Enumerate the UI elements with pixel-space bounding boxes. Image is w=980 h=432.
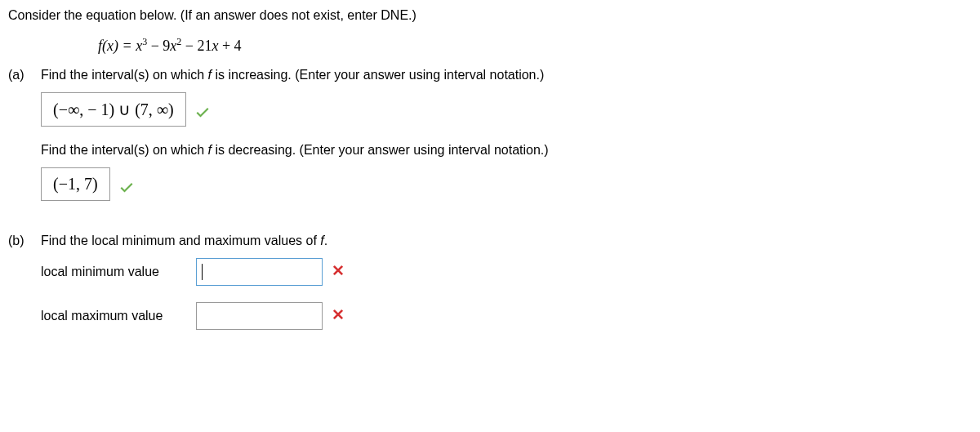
equation-lhs: f(x) = xyxy=(98,38,136,54)
check-icon xyxy=(118,179,135,200)
part-a: (a) Find the interval(s) on which f is i… xyxy=(8,68,972,217)
part-a-question-1: Find the interval(s) on which f is incre… xyxy=(41,68,972,82)
part-a-question-2: Find the interval(s) on which f is decre… xyxy=(41,143,972,158)
answer-increasing[interactable]: (−∞, − 1) ∪ (7, ∞) xyxy=(41,92,186,127)
part-b-question: Find the local minimum and maximum value… xyxy=(41,234,972,248)
cross-icon xyxy=(331,263,345,282)
equation-display: f(x) = x3 − 9x2 − 21x + 4 xyxy=(98,36,972,55)
intro-text: Consider the equation below. (If an answ… xyxy=(8,8,972,23)
local-max-input[interactable] xyxy=(196,302,323,330)
answer-decreasing[interactable]: (−1, 7) xyxy=(41,167,110,201)
cross-icon xyxy=(331,307,345,326)
local-min-label: local minimum value xyxy=(41,265,196,279)
text-cursor-icon xyxy=(202,264,203,280)
check-icon xyxy=(194,104,211,125)
local-max-label: local maximum value xyxy=(41,309,196,323)
part-a-label: (a) xyxy=(8,68,41,217)
local-min-input[interactable] xyxy=(196,258,323,286)
part-b: (b) Find the local minimum and maximum v… xyxy=(8,234,972,346)
part-b-label: (b) xyxy=(8,234,41,346)
